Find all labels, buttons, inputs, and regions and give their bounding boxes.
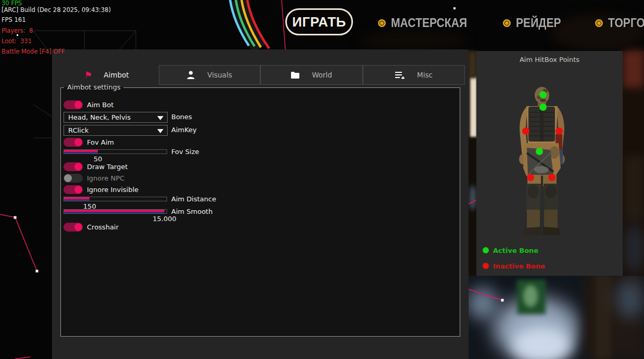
tab-label: Misc	[417, 71, 433, 79]
chevron-down-icon	[157, 129, 163, 133]
nav-item-label: ТОРГО	[608, 16, 644, 30]
toggle-knob	[74, 138, 82, 146]
ignore-invisible-row: Ignore Invisible	[64, 185, 386, 198]
ignore-npc-row: Ignore NPC	[64, 174, 386, 186]
draw-target-row: Draw Target	[64, 162, 386, 175]
aimkey-label: AimKey	[171, 126, 197, 134]
hitbox-dot-left-knee[interactable]	[527, 174, 534, 181]
aim-distance-slider[interactable]: 150	[64, 197, 167, 201]
flag-icon: ⚑	[84, 71, 92, 80]
tab-misc[interactable]: Misc	[363, 65, 465, 85]
loot-count-text: Loot: 331	[2, 37, 32, 45]
fov-size-value: 50	[94, 155, 103, 163]
players-count-text: Players: 8	[2, 27, 33, 34]
fov-size-label: Fov Size	[171, 148, 199, 156]
coin-icon	[378, 19, 386, 27]
aim-bot-row: Aim Bot	[64, 100, 386, 113]
dropdown-value: Head, Neck, Pelvis	[68, 113, 131, 121]
aimkey-row: RClick AimKey	[64, 125, 386, 137]
person-icon	[187, 71, 195, 79]
toggle-knob	[74, 186, 82, 194]
battle-mode-text: Battle Mode [F4] OFF	[2, 48, 65, 55]
tab-world[interactable]: World	[260, 65, 363, 85]
ignore-invisible-label: Ignore Invisible	[87, 185, 138, 194]
fov-size-slider[interactable]: 50	[64, 149, 167, 154]
hitbox-dot-head[interactable]	[539, 91, 547, 98]
legend-inactive-bone: Inactive Bone	[483, 262, 545, 270]
aimbot-settings-group: Aimbot settings Aim Bot Head, Neck, Pelv…	[60, 87, 460, 337]
active-bone-label: Active Bone	[493, 247, 538, 254]
folder-icon	[291, 72, 299, 79]
hitbox-dot-neck[interactable]	[539, 104, 547, 111]
player-model	[476, 51, 623, 276]
aim-distance-row: 150 Aim Distance	[64, 197, 386, 209]
aim-smooth-label: Aim Smooth	[171, 208, 212, 215]
crosshair-row: Crosshair	[64, 223, 386, 235]
coin-icon	[595, 19, 603, 27]
aim-bot-toggle[interactable]	[64, 100, 83, 109]
build-info-text: [ARC] Build (Dec 28 2025, 09:43:38)	[2, 6, 111, 14]
draw-target-label: Draw Target	[87, 162, 128, 171]
draw-target-toggle[interactable]	[64, 162, 83, 171]
nav-item-label: МАСТЕРСКАЯ	[391, 16, 467, 30]
crosshair-toggle[interactable]	[64, 223, 83, 232]
fov-size-row: 50 Fov Size	[64, 149, 386, 162]
play-button[interactable]: ИГРАТЬ	[285, 8, 353, 35]
hitbox-dot-left-arm[interactable]	[522, 127, 529, 135]
aim-smooth-row: 15.000 Aim Smooth	[64, 209, 386, 222]
toggle-knob	[74, 163, 82, 171]
ignore-invisible-toggle[interactable]	[64, 185, 83, 194]
nav-item-workshop[interactable]: МАСТЕРСКАЯ	[378, 16, 477, 30]
screen: ИГРАТЬ МАСТЕРСКАЯ РЕЙДЕР ТОРГО 30 FPS [A…	[0, 0, 644, 359]
aimkey-dropdown[interactable]: RClick	[64, 125, 168, 136]
bones-dropdown[interactable]: Head, Neck, Pelvis	[64, 112, 168, 123]
aim-bot-label: Aim Bot	[87, 100, 113, 109]
ignore-npc-toggle[interactable]	[64, 174, 83, 183]
fps-text: FPS 161	[2, 16, 26, 23]
ignore-npc-label: Ignore NPC	[87, 174, 124, 183]
section-title: Aimbot settings	[64, 83, 123, 91]
hitbox-dot-pelvis[interactable]	[536, 148, 543, 155]
tab-label: Aimbot	[104, 71, 129, 79]
bones-row: Head, Neck, Pelvis Bones	[64, 112, 386, 124]
cheat-menu-panel: ⚑ Aimbot Visuals World Misc Aimbot setti…	[52, 49, 469, 359]
slider-fill	[64, 210, 165, 213]
hitbox-preview-panel: Aim HitBox Points	[476, 51, 623, 276]
slider-fill	[64, 150, 98, 153]
dropdown-value: RClick	[68, 126, 89, 134]
aim-distance-label: Aim Distance	[171, 195, 216, 203]
fov-aim-toggle[interactable]	[64, 138, 83, 147]
toggle-knob	[74, 101, 82, 109]
nav-item-trade[interactable]: ТОРГО	[595, 16, 644, 30]
inactive-bone-dot-icon	[483, 263, 489, 269]
toggle-knob	[64, 174, 72, 182]
cheat-overlay-info: 30 FPS [ARC] Build (Dec 28 2025, 09:43:3…	[2, 0, 9, 58]
active-bone-dot-icon	[483, 247, 489, 253]
chevron-down-icon	[157, 116, 163, 120]
legend-active-bone: Active Bone	[483, 247, 538, 254]
aim-smooth-value: 15.000	[153, 215, 176, 223]
tab-aimbot[interactable]: ⚑ Aimbot	[61, 65, 159, 85]
tab-label: World	[312, 71, 332, 79]
hitbox-dot-right-knee[interactable]	[548, 174, 555, 181]
slider-fill	[64, 197, 90, 201]
aim-smooth-slider[interactable]: 15.000	[64, 209, 167, 214]
tab-visuals[interactable]: Visuals	[159, 65, 260, 85]
bones-label: Bones	[171, 113, 192, 121]
fov-aim-label: Fov Aim	[87, 138, 114, 147]
fov-aim-row: Fov Aim	[64, 138, 386, 150]
toggle-knob	[74, 223, 82, 231]
coin-icon	[503, 19, 511, 27]
sliders-icon	[395, 71, 405, 79]
hitbox-dot-right-arm[interactable]	[555, 127, 563, 135]
tab-label: Visuals	[207, 71, 232, 79]
nav-item-label: РЕЙДЕР	[516, 16, 561, 30]
inactive-bone-label: Inactive Bone	[493, 262, 545, 270]
crosshair-label: Crosshair	[87, 223, 119, 232]
nav-item-raider[interactable]: РЕЙДЕР	[503, 16, 567, 30]
